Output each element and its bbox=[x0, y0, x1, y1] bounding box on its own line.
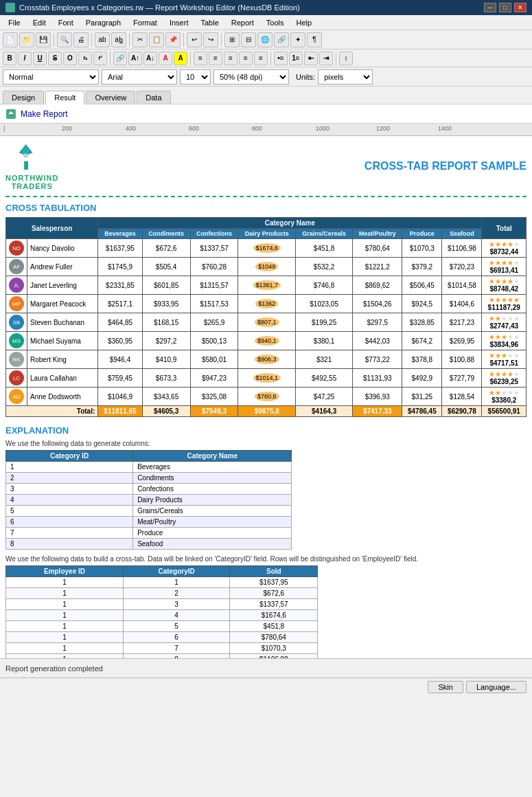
menu-font[interactable]: Font bbox=[53, 17, 79, 28]
copy-button[interactable]: 📋 bbox=[149, 32, 164, 47]
strikethrough-button[interactable]: S bbox=[48, 52, 62, 65]
table-row: 14$1674,6 bbox=[6, 610, 318, 621]
paste-button[interactable]: 📌 bbox=[165, 32, 181, 47]
tab-result[interactable]: Result bbox=[45, 91, 84, 104]
align-justify[interactable]: ≡ bbox=[239, 52, 253, 65]
close-button[interactable]: ✕ bbox=[514, 3, 527, 12]
bold-button[interactable]: B bbox=[3, 52, 16, 65]
menu-tools[interactable]: Tools bbox=[261, 17, 290, 28]
explanation-text2: We use the following data to build a cro… bbox=[5, 555, 527, 563]
table-row: 12$672,6 bbox=[6, 588, 318, 599]
subscript-button[interactable]: f₁ bbox=[78, 52, 92, 65]
sep6 bbox=[110, 52, 111, 65]
menu-report[interactable]: Report bbox=[226, 17, 259, 28]
category-table: Category ID Category Name 1Beverages 2Co… bbox=[5, 450, 292, 550]
tab-overview[interactable]: Overview bbox=[86, 91, 135, 104]
maximize-button[interactable]: □ bbox=[499, 3, 511, 12]
salesperson-name: Robert King bbox=[27, 350, 98, 369]
table-row: JL Janet Leverling $2331,85 $601,85 $131… bbox=[6, 276, 527, 295]
menu-edit[interactable]: Edit bbox=[27, 17, 51, 28]
tb-grid[interactable]: ⊞ bbox=[224, 32, 240, 47]
menu-insert[interactable]: Insert bbox=[164, 17, 194, 28]
redo-button[interactable]: ↪ bbox=[203, 32, 218, 47]
avatar: MS bbox=[9, 333, 24, 348]
language-button[interactable]: Language... bbox=[466, 681, 527, 693]
explanation-text1: We use the following data to generate co… bbox=[5, 440, 527, 447]
underline-button[interactable]: U bbox=[33, 52, 47, 65]
menu-format[interactable]: Format bbox=[128, 17, 163, 28]
company-name: NORTHWINDTRADERS bbox=[5, 174, 58, 190]
data-table: Employee ID CategoryID Sold 11$1637,95 1… bbox=[5, 565, 318, 658]
tab-design[interactable]: Design bbox=[3, 91, 44, 104]
salesperson-name: Michael Suyama bbox=[27, 332, 98, 350]
table-row: 13$1337,57 bbox=[6, 599, 318, 610]
font-dropdown[interactable]: Arial bbox=[102, 69, 177, 85]
table-row: 11$1637,95 bbox=[6, 577, 318, 588]
italic-button[interactable]: I bbox=[18, 52, 32, 65]
tb-special[interactable]: ✦ bbox=[290, 32, 305, 47]
indent-less[interactable]: ⇤ bbox=[304, 52, 318, 65]
table-row: RK Robert King $946,4 $410,9 $580,01 $90… bbox=[6, 350, 527, 369]
undo-button[interactable]: ↩ bbox=[187, 32, 202, 47]
size-dropdown[interactable]: 10 bbox=[180, 69, 211, 85]
line-spacing[interactable]: ↕ bbox=[339, 52, 353, 65]
table-row: SB Steven Buchanan $464,85 $168,15 $265,… bbox=[6, 313, 527, 332]
align-center[interactable]: ≡ bbox=[209, 52, 222, 65]
sep7 bbox=[190, 52, 191, 65]
tb3[interactable]: ab bbox=[95, 32, 110, 47]
tb-img[interactable]: 🌐 bbox=[257, 32, 273, 47]
zoom-dropdown[interactable]: 50% (48 dpi) bbox=[213, 69, 289, 85]
menu-paragraph[interactable]: Paragraph bbox=[80, 17, 126, 28]
menu-help[interactable]: Help bbox=[290, 17, 317, 28]
increase-font[interactable]: A↑ bbox=[128, 52, 142, 65]
font-color[interactable]: A bbox=[159, 52, 172, 65]
tb-link[interactable]: 🔗 bbox=[274, 32, 289, 47]
table-row: 17$1070,3 bbox=[6, 643, 318, 654]
units-dropdown[interactable]: pixels bbox=[318, 69, 373, 85]
tb-grid2[interactable]: ⊟ bbox=[241, 32, 256, 47]
new-button[interactable]: 📄 bbox=[3, 32, 18, 47]
menu-file[interactable]: File bbox=[3, 17, 26, 28]
align-right[interactable]: ≡ bbox=[224, 52, 238, 65]
menu-bar: File Edit Font Paragraph Format Insert T… bbox=[0, 15, 532, 30]
highlight[interactable]: A bbox=[174, 52, 187, 65]
align-left[interactable]: ≡ bbox=[194, 52, 207, 65]
superscript-button[interactable]: f² bbox=[93, 52, 107, 65]
save-button[interactable]: 💾 bbox=[36, 32, 51, 47]
category-header: Category Name bbox=[98, 218, 482, 229]
table-row: MP Margaret Peacock $2517,1 $933,95 $151… bbox=[6, 295, 527, 313]
decrease-font[interactable]: A↓ bbox=[143, 52, 157, 65]
make-report-icon bbox=[5, 109, 16, 120]
cut-button[interactable]: ✂ bbox=[132, 32, 148, 47]
skin-button[interactable]: Skin bbox=[428, 681, 463, 693]
section-title: CROSS TABULATION bbox=[5, 203, 527, 213]
avatar: LC bbox=[9, 370, 24, 385]
salesperson-name: Nancy Davolio bbox=[27, 239, 98, 258]
avatar: MP bbox=[9, 296, 24, 311]
style-bar: Normal Arial 10 50% (48 dpi) Units: pixe… bbox=[0, 67, 532, 87]
tab-bar: Design Result Overview Data bbox=[0, 87, 532, 104]
outline-button[interactable]: O bbox=[63, 52, 77, 65]
bullet-list[interactable]: •≡ bbox=[274, 52, 288, 65]
print-button[interactable]: 🖨 bbox=[73, 32, 89, 47]
explanation-title: EXPLANATION bbox=[5, 425, 527, 436]
tb-para[interactable]: ¶ bbox=[307, 32, 322, 47]
content-area[interactable]: NORTHWINDTRADERS CROSS-TAB REPORT SAMPLE… bbox=[0, 136, 532, 658]
indent-more[interactable]: ⇥ bbox=[319, 52, 333, 65]
tab-data[interactable]: Data bbox=[137, 91, 170, 104]
style-dropdown[interactable]: Normal bbox=[3, 69, 99, 85]
make-report-button[interactable]: Make Report bbox=[21, 109, 68, 119]
tb4[interactable]: ab̲ bbox=[111, 32, 126, 47]
align-full[interactable]: ≡ bbox=[254, 52, 268, 65]
title-bar: Crosstab Employees x Categories.rw — Rep… bbox=[0, 0, 532, 15]
minimize-button[interactable]: ─ bbox=[484, 3, 496, 12]
avatar-cell: ND bbox=[6, 239, 27, 258]
totals-row: Total: $11811,65 $4605,3 $7549,3 $9875,8… bbox=[6, 406, 527, 417]
link-btn[interactable]: 🔗 bbox=[113, 52, 127, 65]
num-list[interactable]: 1≡ bbox=[289, 52, 303, 65]
app-icon bbox=[5, 3, 15, 12]
open-button[interactable]: 📁 bbox=[19, 32, 34, 47]
sep5 bbox=[221, 33, 222, 47]
menu-table[interactable]: Table bbox=[195, 17, 224, 28]
find-button[interactable]: 🔍 bbox=[57, 32, 72, 47]
